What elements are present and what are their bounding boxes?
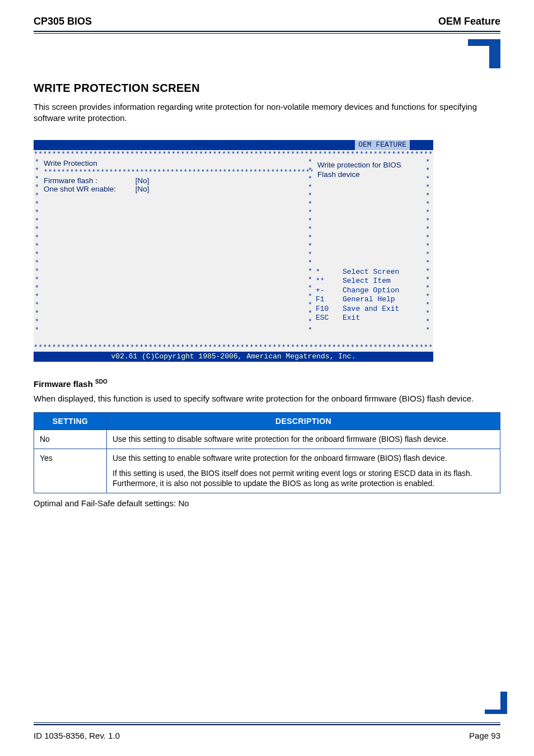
bios-setting-label: Firmware flash :	[44, 176, 133, 185]
bios-panel-separator: ****************************************…	[44, 169, 312, 176]
table-row: Yes Use this setting to enable software …	[34, 449, 500, 493]
svg-rect-1	[489, 39, 500, 68]
bios-help-line: Write protection for BIOS	[317, 160, 421, 170]
bios-setting-one-shot-wr[interactable]: One shot WR enable: [No]	[44, 185, 312, 193]
description-cell: Use this setting to enable software writ…	[107, 449, 500, 493]
setting-cell: Yes	[34, 449, 107, 493]
settings-table: SETTING DESCRIPTION No Use this setting …	[34, 412, 500, 494]
section-title: WRITE PROTECTION SCREEN	[34, 82, 500, 95]
bios-screenshot: OEM FEATURE ****************************…	[34, 140, 433, 362]
subsection-title: Firmware flash	[34, 379, 93, 389]
bios-panel-title: Write Protection	[44, 159, 312, 167]
bios-footer-copyright: v02.61 (C)Copyright 1985-2006, American …	[34, 352, 433, 362]
bios-setting-value: [No]	[135, 185, 149, 193]
section-intro: This screen provides information regardi…	[34, 101, 500, 124]
svg-rect-0	[468, 39, 489, 46]
header-right: OEM Feature	[438, 16, 500, 27]
description-cell: Use this setting to disable software wri…	[107, 430, 500, 449]
footer-doc-id: ID 1035-8356, Rev. 1.0	[34, 731, 120, 740]
bios-setting-label: One shot WR enable:	[44, 185, 133, 193]
brand-corner-icon	[34, 39, 500, 68]
footer-corner-icon	[485, 692, 507, 716]
bios-setting-firmware-flash[interactable]: Firmware flash : [No]	[44, 176, 312, 185]
bios-nav-keys: *Select Screen **Select Item +-Change Op…	[316, 268, 399, 323]
header-left: CP305 BIOS	[34, 16, 92, 27]
table-header-description: DESCRIPTION	[107, 412, 500, 430]
bios-titlebar-label: OEM FEATURE	[354, 140, 410, 150]
subsection-intro: When displayed, this function is used to…	[34, 393, 500, 404]
subsection-sup: SDO	[95, 379, 107, 385]
table-header-setting: SETTING	[34, 412, 107, 430]
svg-rect-3	[485, 710, 507, 714]
bios-border-right: * * * * * * * * * * * * * * * * * * * * …	[425, 158, 430, 334]
bios-help-line: Flash device	[317, 170, 421, 179]
bios-border-top: ****************************************…	[34, 150, 433, 158]
bios-border-left: * * * * * * * * * * * * * * * * * * * * …	[35, 158, 39, 334]
footer-page-number: Page 93	[469, 731, 500, 740]
bios-setting-value: [No]	[135, 176, 149, 185]
table-row: No Use this setting to disable software …	[34, 430, 500, 449]
setting-cell: No	[34, 430, 107, 449]
bios-border-bottom: ****************************************…	[34, 343, 433, 352]
defaults-note: Optimal and Fail-Safe default settings: …	[34, 498, 500, 509]
